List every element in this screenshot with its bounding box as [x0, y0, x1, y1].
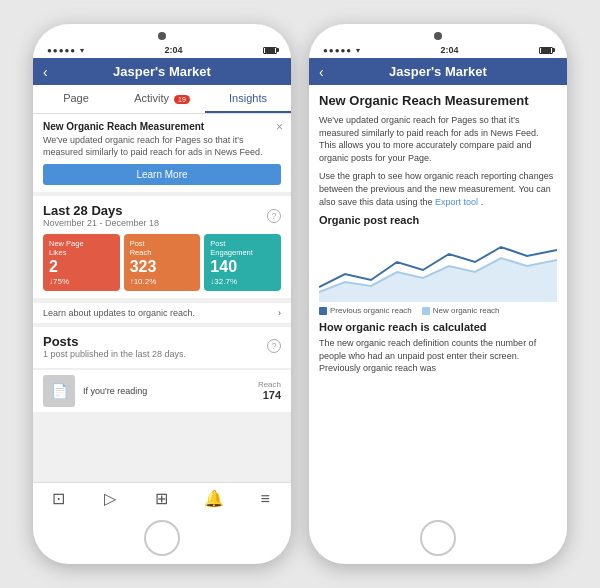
battery-fill-right	[541, 48, 551, 53]
posts-section: Posts 1 post published in the last 28 da…	[33, 327, 291, 412]
home-button-area-left	[33, 514, 291, 564]
time-left: 2:04	[165, 45, 183, 55]
tab-page[interactable]: Page	[33, 85, 119, 113]
time-right: 2:04	[441, 45, 459, 55]
signal-dots: ●●●●●	[47, 46, 76, 55]
status-bar-right: ●●●●● ▾ 2:04	[309, 42, 567, 58]
stat-change-likes: 75%	[49, 277, 114, 286]
status-left-right: ●●●●● ▾	[323, 46, 360, 55]
posts-header-section: Posts 1 post published in the last 28 da…	[33, 327, 291, 369]
detail-content: New Organic Reach Measurement We've upda…	[309, 85, 567, 514]
nav-title-right: Jasper's Market	[389, 64, 487, 79]
post-reach-group: Reach 174	[258, 380, 281, 401]
organic-link-text: Learn about updates to organic reach.	[43, 308, 195, 318]
screen-content-left: × New Organic Reach Measurement We've up…	[33, 114, 291, 482]
right-phone: ●●●●● ▾ 2:04 ‹ Jasper's Market New Organ…	[309, 24, 567, 564]
notification-title: New Organic Reach Measurement	[43, 121, 281, 132]
stat-label-engagement: PostEngagement	[210, 239, 275, 257]
legend-label-previous: Previous organic reach	[330, 306, 412, 315]
bottom-nav-left: ⊡ ▷ ⊞ 🔔 ≡	[33, 482, 291, 514]
stat-card-likes: New PageLikes 2 75%	[43, 234, 120, 290]
home-button-left[interactable]	[144, 520, 180, 556]
stats-grid: New PageLikes 2 75% PostReach 323 10.2% …	[43, 234, 281, 290]
battery-left	[263, 47, 277, 54]
chart-legend: Previous organic reach New organic reach	[319, 306, 557, 315]
nav-bar-right: ‹ Jasper's Market	[309, 58, 567, 85]
status-left-left: ●●●●● ▾	[47, 46, 84, 55]
stat-card-engagement: PostEngagement 140 32.7%	[204, 234, 281, 290]
notification-banner: × New Organic Reach Measurement We've up…	[33, 114, 291, 192]
detail-para2: Use the graph to see how organic reach r…	[319, 170, 557, 208]
home-button-area-right	[309, 514, 567, 564]
posts-subtitle: 1 post published in the last 28 days.	[43, 349, 186, 359]
organic-chart-label: Organic post reach	[319, 214, 557, 226]
phone-top-left: ●●●●● ▾ 2:04	[33, 24, 291, 58]
status-right-left	[263, 47, 277, 54]
bottom-nav-home[interactable]: ⊡	[33, 487, 85, 510]
bottom-nav-menu[interactable]: ≡	[239, 487, 291, 510]
nav-bar-left: ‹ Jasper's Market	[33, 58, 291, 85]
export-tool-link[interactable]: Export tool	[435, 197, 478, 207]
tab-bar-left: Page Activity 19 Insights	[33, 85, 291, 114]
stats-help-icon[interactable]: ?	[267, 209, 281, 223]
bottom-nav-pages[interactable]: ⊞	[136, 487, 188, 510]
nav-title-left: Jasper's Market	[113, 64, 211, 79]
stat-card-reach: PostReach 323 10.2%	[124, 234, 201, 290]
back-button-right[interactable]: ‹	[319, 64, 324, 80]
stats-title-group: Last 28 Days November 21 - December 18	[43, 203, 159, 228]
stats-section: Last 28 Days November 21 - December 18 ?…	[33, 196, 291, 297]
signal-dots-right: ●●●●●	[323, 46, 352, 55]
battery-fill-left	[265, 48, 275, 53]
post-reach-value: 174	[258, 389, 281, 401]
how-para: The new organic reach definition counts …	[319, 337, 557, 375]
post-text: If you're reading	[83, 386, 250, 396]
legend-dot-previous	[319, 307, 327, 315]
phone-top-right: ●●●●● ▾ 2:04	[309, 24, 567, 58]
wifi-icon-left: ▾	[80, 46, 84, 55]
posts-help-icon[interactable]: ?	[267, 339, 281, 353]
stat-label-likes: New PageLikes	[49, 239, 114, 257]
legend-dot-new	[422, 307, 430, 315]
post-thumbnail: 📄	[43, 375, 75, 407]
legend-previous: Previous organic reach	[319, 306, 412, 315]
learn-more-button[interactable]: Learn More	[43, 164, 281, 185]
wifi-icon-right: ▾	[356, 46, 360, 55]
activity-badge: 19	[174, 95, 190, 104]
stats-title: Last 28 Days	[43, 203, 159, 218]
chart-area	[319, 232, 557, 302]
chart-svg	[319, 232, 557, 302]
notification-body: We've updated organic reach for Pages so…	[43, 135, 281, 158]
post-reach-label: Reach	[258, 380, 281, 389]
bottom-nav-notifications[interactable]: 🔔	[188, 487, 240, 510]
posts-title-group: Posts 1 post published in the last 28 da…	[43, 334, 186, 359]
tab-activity[interactable]: Activity 19	[119, 85, 205, 113]
tab-insights[interactable]: Insights	[205, 85, 291, 113]
posts-header: Posts 1 post published in the last 28 da…	[43, 334, 281, 359]
stat-value-engagement: 140	[210, 257, 275, 276]
legend-new: New organic reach	[422, 306, 500, 315]
scene: ●●●●● ▾ 2:04 ‹ Jasper's Market Page Acti…	[23, 14, 577, 574]
status-right-right	[539, 47, 553, 54]
status-bar-left: ●●●●● ▾ 2:04	[33, 42, 291, 58]
organic-link-row[interactable]: Learn about updates to organic reach. ›	[33, 302, 291, 323]
bottom-nav-video[interactable]: ▷	[85, 487, 137, 510]
home-button-right[interactable]	[420, 520, 456, 556]
back-button-left[interactable]: ‹	[43, 64, 48, 80]
battery-right	[539, 47, 553, 54]
stat-label-reach: PostReach	[130, 239, 195, 257]
left-phone: ●●●●● ▾ 2:04 ‹ Jasper's Market Page Acti…	[33, 24, 291, 564]
post-item[interactable]: 📄 If you're reading Reach 174	[33, 369, 291, 412]
stat-change-engagement: 32.7%	[210, 277, 275, 286]
camera-right	[434, 32, 442, 40]
stats-header: Last 28 Days November 21 - December 18 ?	[43, 203, 281, 228]
detail-title: New Organic Reach Measurement	[319, 93, 557, 108]
stats-subtitle: November 21 - December 18	[43, 218, 159, 228]
how-title: How organic reach is calculated	[319, 321, 557, 333]
chevron-right-icon: ›	[278, 308, 281, 318]
legend-label-new: New organic reach	[433, 306, 500, 315]
close-notification-button[interactable]: ×	[276, 120, 283, 134]
stat-value-reach: 323	[130, 257, 195, 276]
stat-value-likes: 2	[49, 257, 114, 276]
detail-para1: We've updated organic reach for Pages so…	[319, 114, 557, 164]
camera-left	[158, 32, 166, 40]
